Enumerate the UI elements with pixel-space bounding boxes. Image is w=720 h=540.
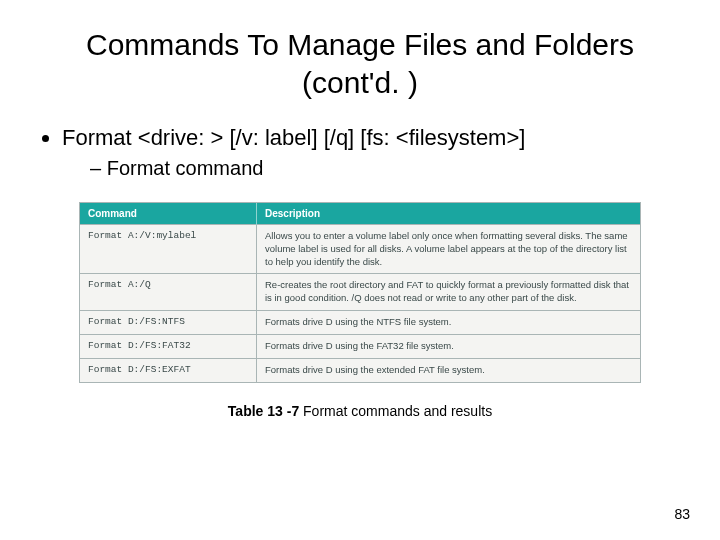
bullet-main: Format <drive: > [/v: label] [/q] [fs: <… xyxy=(62,125,690,180)
table-header-row: Command Description xyxy=(80,203,640,225)
caption-strong: Table 13 -7 xyxy=(228,403,299,419)
cell-command: Format D:/FS:EXFAT xyxy=(80,358,257,381)
table-header-command: Command xyxy=(80,203,257,225)
format-table: Command Description Format A:/V:mylabel … xyxy=(80,203,640,382)
table-row: Format D:/FS:EXFAT Formats drive D using… xyxy=(80,358,640,381)
bullet-list: Format <drive: > [/v: label] [/q] [fs: <… xyxy=(40,125,690,180)
cell-description: Re-creates the root directory and FAT to… xyxy=(257,274,641,311)
slide: Commands To Manage Files and Folders (co… xyxy=(0,0,720,540)
format-table-wrap: Command Description Format A:/V:mylabel … xyxy=(79,202,641,383)
page-number: 83 xyxy=(674,506,690,522)
cell-description: Formats drive D using the extended FAT f… xyxy=(257,358,641,381)
bullet-sub: Format command xyxy=(90,157,690,180)
table-caption: Table 13 -7 Format commands and results xyxy=(30,403,690,419)
bullet-main-text: Format <drive: > [/v: label] [/q] [fs: <… xyxy=(62,125,525,150)
cell-description: Formats drive D using the FAT32 file sys… xyxy=(257,334,641,358)
cell-command: Format D:/FS:NTFS xyxy=(80,311,257,335)
cell-description: Allows you to enter a volume label only … xyxy=(257,225,641,274)
table-row: Format A:/V:mylabel Allows you to enter … xyxy=(80,225,640,274)
cell-command: Format A:/Q xyxy=(80,274,257,311)
cell-command: Format D:/FS:FAT32 xyxy=(80,334,257,358)
page-title: Commands To Manage Files and Folders (co… xyxy=(70,26,650,101)
caption-rest: Format commands and results xyxy=(299,403,492,419)
cell-description: Formats drive D using the NTFS file syst… xyxy=(257,311,641,335)
table-row: Format A:/Q Re-creates the root director… xyxy=(80,274,640,311)
table-header-description: Description xyxy=(257,203,641,225)
bullet-sublist: Format command xyxy=(62,157,690,180)
table-row: Format D:/FS:FAT32 Formats drive D using… xyxy=(80,334,640,358)
cell-command: Format A:/V:mylabel xyxy=(80,225,257,274)
table-row: Format D:/FS:NTFS Formats drive D using … xyxy=(80,311,640,335)
bullet-sub-text: Format command xyxy=(107,157,264,179)
